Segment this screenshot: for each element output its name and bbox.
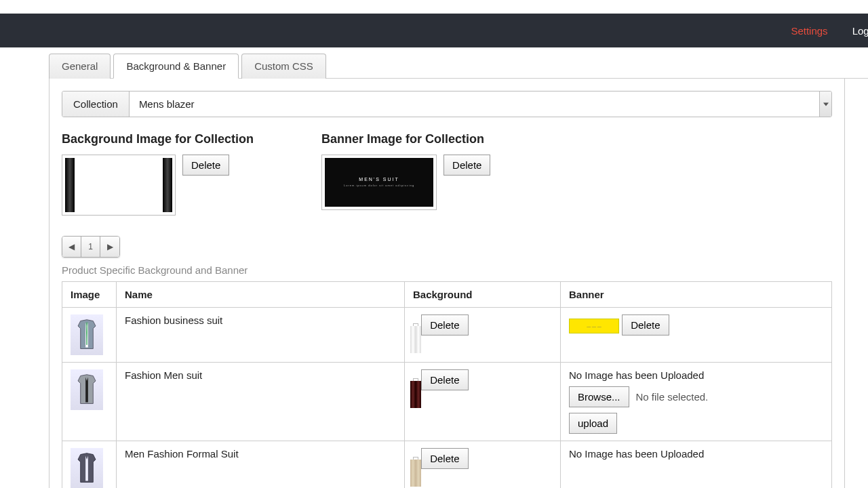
settings-link[interactable]: Settings bbox=[791, 25, 827, 37]
background-delete-button[interactable]: Delete bbox=[182, 155, 229, 176]
panel-background-banner: Collection Mens blazer Background Image … bbox=[49, 79, 845, 488]
tab-custom-css[interactable]: Custom CSS bbox=[241, 54, 326, 79]
row-background-thumbnail bbox=[413, 378, 418, 384]
banner-image-thumbnail: MEN'S SUIT Lorem ipsum dolor sit amet ad… bbox=[321, 155, 437, 210]
tab-background-banner[interactable]: Background & Banner bbox=[113, 54, 239, 79]
browse-button[interactable]: Browse... bbox=[569, 386, 629, 407]
banner-image-title: Banner Image for Collection bbox=[321, 132, 490, 146]
collection-select[interactable]: Mens blazer bbox=[130, 92, 831, 117]
upload-button[interactable]: upload bbox=[569, 413, 617, 434]
table-row: Fashion business suit Delete — — — Delet… bbox=[62, 308, 832, 363]
tab-general[interactable]: General bbox=[49, 54, 111, 79]
pagination: ◀ 1 ▶ bbox=[62, 236, 120, 258]
th-name: Name bbox=[117, 282, 405, 308]
pager-prev-button[interactable]: ◀ bbox=[62, 237, 81, 257]
no-file-text: No file selected. bbox=[636, 391, 709, 403]
background-image-section: Background Image for Collection Delete bbox=[62, 132, 254, 216]
banner-delete-button[interactable]: Delete bbox=[443, 155, 490, 176]
product-table-subtitle: Product Specific Background and Banner bbox=[62, 264, 832, 276]
th-background: Background bbox=[405, 282, 561, 308]
collection-dropdown-icon[interactable] bbox=[819, 92, 831, 117]
background-image-title: Background Image for Collection bbox=[62, 132, 254, 146]
table-row: Men Fashion Formal Suit Delete No Image … bbox=[62, 441, 832, 489]
row-background-delete-button[interactable]: Delete bbox=[421, 369, 468, 390]
product-thumbnail bbox=[71, 369, 103, 410]
collection-selected-value: Mens blazer bbox=[130, 92, 819, 117]
product-name: Fashion business suit bbox=[117, 308, 405, 363]
th-banner: Banner bbox=[561, 282, 832, 308]
row-background-thumbnail bbox=[413, 457, 418, 462]
row-banner-thumbnail: — — — bbox=[569, 319, 619, 333]
row-background-thumbnail bbox=[413, 323, 418, 329]
product-table: Image Name Background Banner Fashion bus… bbox=[62, 281, 832, 488]
background-image-thumbnail bbox=[62, 155, 176, 216]
logo-link[interactable]: Logo bbox=[852, 25, 868, 37]
banner-image-section: Banner Image for Collection MEN'S SUIT L… bbox=[321, 132, 490, 216]
table-row: Fashion Men suit Delete No Image has bee… bbox=[62, 363, 832, 441]
no-image-text: No Image has been Uploaded bbox=[569, 369, 823, 381]
collection-selector: Collection Mens blazer bbox=[62, 91, 832, 117]
row-banner-delete-button[interactable]: Delete bbox=[622, 314, 669, 336]
th-image: Image bbox=[62, 282, 117, 308]
product-name: Men Fashion Formal Suit bbox=[117, 441, 405, 489]
product-name: Fashion Men suit bbox=[117, 363, 405, 441]
row-background-delete-button[interactable]: Delete bbox=[421, 314, 468, 336]
product-thumbnail bbox=[71, 448, 103, 488]
pager-page-button[interactable]: 1 bbox=[81, 237, 100, 257]
top-nav: Settings Logo bbox=[0, 14, 868, 47]
tabs: General Background & Banner Custom CSS bbox=[49, 53, 868, 79]
collection-label: Collection bbox=[62, 92, 130, 117]
pager-next-button[interactable]: ▶ bbox=[100, 237, 119, 257]
no-image-text: No Image has been Uploaded bbox=[569, 448, 823, 460]
row-background-delete-button[interactable]: Delete bbox=[421, 448, 468, 469]
product-thumbnail bbox=[71, 314, 103, 355]
